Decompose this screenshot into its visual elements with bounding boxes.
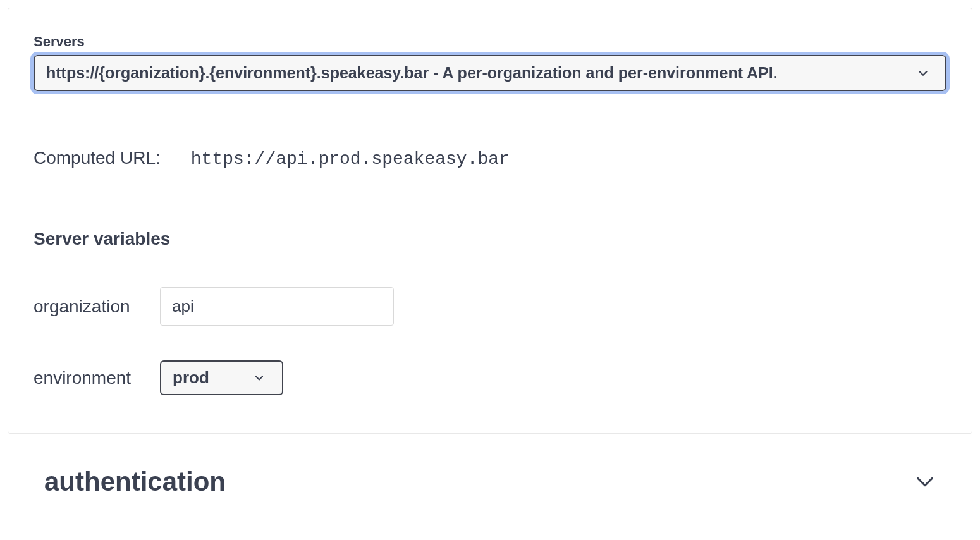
environment-select[interactable]: prod	[160, 360, 283, 395]
organization-input[interactable]	[160, 287, 394, 326]
server-variables-heading: Server variables	[34, 229, 946, 249]
environment-select-wrap: prod	[160, 360, 283, 395]
environment-select-value: prod	[173, 368, 209, 388]
computed-url-value: https://api.prod.speakeasy.bar	[191, 149, 510, 169]
organization-label: organization	[34, 297, 160, 317]
chevron-down-icon	[253, 372, 266, 384]
environment-label: environment	[34, 368, 160, 388]
environment-row: environment prod	[34, 360, 946, 395]
computed-url-row: Computed URL: https://api.prod.speakeasy…	[34, 148, 946, 169]
servers-panel: Servers https://{organization}.{environm…	[8, 8, 972, 434]
authentication-title: authentication	[44, 467, 226, 497]
server-select-value: https://{organization}.{environment}.spe…	[46, 64, 778, 82]
chevron-down-icon	[914, 471, 936, 493]
computed-url-label: Computed URL:	[34, 148, 161, 168]
server-select[interactable]: https://{organization}.{environment}.spe…	[34, 55, 946, 91]
chevron-down-icon	[916, 66, 930, 80]
authentication-section-header[interactable]: authentication	[0, 441, 980, 503]
servers-label: Servers	[34, 34, 946, 50]
organization-row: organization	[34, 287, 946, 326]
